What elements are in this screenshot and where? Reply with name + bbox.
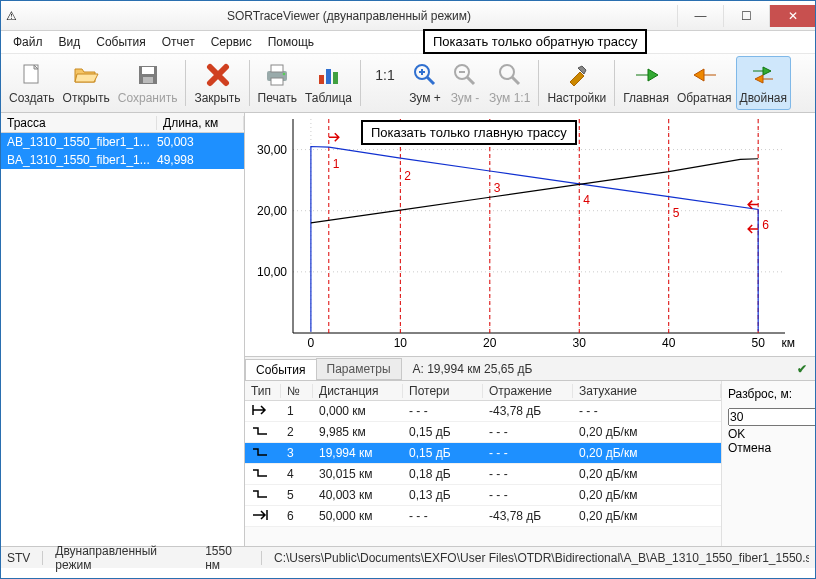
event-dist: 19,994 км [313,446,403,460]
callout-back-only: Показать только обратную трассу [423,29,647,54]
print-button[interactable]: Печать [254,56,301,110]
event-loss: 0,13 дБ [403,488,483,502]
trace-row[interactable]: AB_1310_1550_fiber1_1...50,003 [1,133,244,151]
event-type-icon [245,508,281,525]
col-trace[interactable]: Трасса [1,116,157,130]
one-to-one-icon: 1:1 [371,61,399,89]
menu-view[interactable]: Вид [53,33,87,51]
event-num: 3 [281,446,313,460]
zoom-in-button[interactable]: Зум + [405,56,445,110]
status-path: C:\Users\Public\Documents\EXFO\User File… [274,551,809,565]
close-trace-button[interactable]: Закрыть [190,56,244,110]
svg-rect-9 [326,69,331,84]
maximize-button[interactable]: ☐ [723,5,769,27]
settings-button[interactable]: Настройки [543,56,610,110]
table-button[interactable]: Таблица [301,56,356,110]
event-att: - - - [573,404,721,418]
app-icon: ⚠ [1,9,21,23]
event-loss: 0,18 дБ [403,467,483,481]
trace-len: 49,998 [157,153,238,167]
menu-help[interactable]: Помощь [262,33,320,51]
events-panel: События Параметры A: 19,994 км 25,65 дБ … [245,357,815,546]
event-row[interactable]: 2 9,985 км 0,15 дБ - - - 0,20 дБ/км [245,422,721,443]
col-type[interactable]: Тип [245,384,281,398]
cancel-button[interactable]: Отмена [728,441,809,455]
event-dist: 50,000 км [313,509,403,523]
save-button[interactable]: Сохранить [114,56,182,110]
col-length[interactable]: Длина, км [157,116,244,130]
scale-11-button[interactable]: 1:1 [365,56,405,110]
event-att: 0,20 дБ/км [573,488,721,502]
svg-line-12 [427,77,434,84]
minimize-button[interactable]: — [677,5,723,27]
event-row[interactable]: 1 0,000 км - - - -43,78 дБ - - - [245,401,721,422]
event-type-icon [245,487,281,504]
svg-text:10,00: 10,00 [257,265,287,279]
svg-text:30,00: 30,00 [257,143,287,157]
tab-events[interactable]: События [245,359,317,380]
menu-file[interactable]: Файл [7,33,49,51]
svg-text:6: 6 [762,218,769,232]
zoom-in-icon [411,61,439,89]
spread-label: Разброс, м: [728,387,809,401]
create-button[interactable]: Создать [5,56,59,110]
tab-params[interactable]: Параметры [316,358,402,380]
event-num: 1 [281,404,313,418]
cursor-info: A: 19,994 км 25,65 дБ [401,362,533,376]
check-icon[interactable]: ✔ [797,362,815,376]
event-att: 0,20 дБ/км [573,446,721,460]
trace-row[interactable]: BA_1310_1550_fiber1_1...49,998 [1,151,244,169]
svg-text:40: 40 [662,336,676,350]
ok-button[interactable]: OK [728,427,809,441]
dual-trace-button[interactable]: Двойная [736,56,792,110]
separator [360,60,361,106]
status-mode: Двунаправленный режим [55,544,193,572]
col-refl[interactable]: Отражение [483,384,573,398]
menu-report[interactable]: Отчет [156,33,201,51]
spread-spinner[interactable]: ▲▼ [728,407,816,427]
arrow-right-icon [632,61,660,89]
menu-service[interactable]: Сервис [205,33,258,51]
zoom-reset-button[interactable]: Зум 1:1 [485,56,534,110]
svg-point-18 [500,65,514,79]
separator [614,60,615,106]
back-trace-button[interactable]: Обратная [673,56,736,110]
spread-input[interactable] [728,408,816,426]
zoom-out-icon [451,61,479,89]
event-row[interactable]: 5 40,003 км 0,13 дБ - - - 0,20 дБ/км [245,485,721,506]
zoom-reset-icon [496,61,524,89]
event-loss: - - - [403,509,483,523]
event-row[interactable]: 4 30,015 км 0,18 дБ - - - 0,20 дБ/км [245,464,721,485]
statusbar: STV Двунаправленный режим 1550 нм C:\Use… [1,546,815,568]
svg-rect-8 [319,75,324,84]
zoom-out-button[interactable]: Зум - [445,56,485,110]
col-dist[interactable]: Дистанция [313,384,403,398]
status-wavelength: 1550 нм [205,544,249,572]
svg-rect-5 [271,65,283,72]
menu-events[interactable]: События [90,33,152,51]
tools-icon [563,61,591,89]
event-num: 5 [281,488,313,502]
open-button[interactable]: Открыть [59,56,114,110]
svg-text:5: 5 [673,206,680,220]
event-table-header: Тип № Дистанция Потери Отражение Затухан… [245,381,721,401]
col-att[interactable]: Затухание [573,384,721,398]
col-loss[interactable]: Потери [403,384,483,398]
svg-rect-6 [271,78,283,85]
arrows-dual-icon [749,61,777,89]
callout-main-only: Показать только главную трассу [361,120,577,145]
event-refl: - - - [483,446,573,460]
main-trace-button[interactable]: Главная [619,56,673,110]
event-type-icon [245,445,281,462]
event-num: 6 [281,509,313,523]
svg-line-16 [467,77,474,84]
col-num[interactable]: № [281,384,313,398]
event-row[interactable]: 6 50,000 км - - - -43,78 дБ 0,20 дБ/км [245,506,721,527]
menubar: Файл Вид События Отчет Сервис Помощь [1,31,815,53]
event-refl: -43,78 дБ [483,404,573,418]
svg-text:30: 30 [573,336,587,350]
close-button[interactable]: ✕ [769,5,815,27]
event-num: 4 [281,467,313,481]
chart-area[interactable]: 01020304050км10,0020,0030,00123456 [245,113,815,357]
event-row[interactable]: 3 19,994 км 0,15 дБ - - - 0,20 дБ/км [245,443,721,464]
